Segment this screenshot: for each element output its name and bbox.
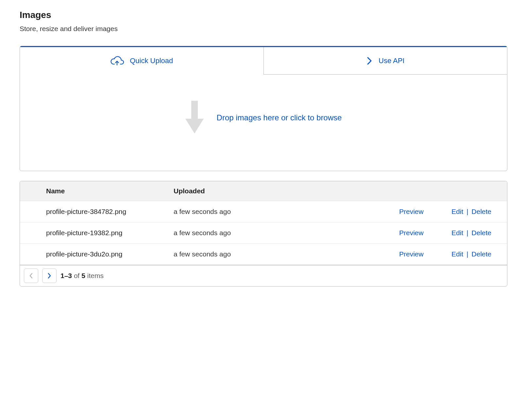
cell-name: profile-picture-19382.png [46, 229, 174, 237]
chevron-right-icon [47, 272, 52, 279]
tabs: Quick Upload Use API [20, 46, 507, 75]
tab-quick-upload[interactable]: Quick Upload [20, 47, 264, 75]
table-header: Name Uploaded [20, 181, 507, 201]
cell-uploaded: a few seconds ago [174, 208, 399, 216]
delete-link[interactable]: Delete [471, 229, 491, 236]
edit-link[interactable]: Edit [451, 208, 463, 215]
delete-link[interactable]: Delete [471, 250, 491, 258]
preview-link[interactable]: Preview [399, 229, 424, 236]
cell-name: profile-picture-384782.png [46, 208, 174, 216]
delete-link[interactable]: Delete [471, 208, 491, 215]
page-title: Images [20, 10, 507, 20]
pagination-items-word: items [87, 272, 104, 279]
pagination-total: 5 [81, 272, 85, 279]
chevron-left-icon [29, 272, 33, 279]
upload-card: Quick Upload Use API Drop images here or… [20, 46, 507, 171]
column-header-uploaded: Uploaded [174, 187, 507, 195]
dropzone[interactable]: Drop images here or click to browse [20, 75, 507, 171]
pagination-range: 1–3 [60, 272, 72, 279]
table-row: profile-picture-384782.png a few seconds… [20, 201, 507, 222]
preview-link[interactable]: Preview [399, 250, 424, 258]
cloud-upload-icon [110, 56, 124, 66]
tab-use-api[interactable]: Use API [264, 47, 507, 75]
arrow-down-icon [185, 101, 204, 135]
page-subtitle: Store, resize and deliver images [20, 25, 507, 33]
edit-link[interactable]: Edit [451, 250, 463, 258]
table-row: profile-picture-3du2o.png a few seconds … [20, 244, 507, 265]
pagination-prev-button[interactable] [24, 269, 38, 283]
chevron-right-icon [366, 56, 373, 66]
pagination-of: of [74, 272, 80, 279]
pagination-text: 1–3 of 5 items [60, 272, 104, 280]
tab-quick-upload-label: Quick Upload [130, 57, 173, 65]
images-table: Name Uploaded profile-picture-384782.png… [20, 181, 507, 287]
action-separator: | [463, 229, 471, 236]
column-header-name: Name [46, 187, 174, 195]
tab-use-api-label: Use API [379, 57, 404, 65]
action-separator: | [463, 250, 471, 258]
cell-uploaded: a few seconds ago [174, 229, 399, 237]
edit-link[interactable]: Edit [451, 229, 463, 236]
dropzone-text: Drop images here or click to browse [217, 113, 342, 122]
cell-uploaded: a few seconds ago [174, 250, 399, 258]
pagination: 1–3 of 5 items [20, 265, 507, 286]
preview-link[interactable]: Preview [399, 208, 424, 215]
pagination-next-button[interactable] [42, 269, 57, 283]
action-separator: | [463, 208, 471, 215]
cell-name: profile-picture-3du2o.png [46, 250, 174, 258]
table-row: profile-picture-19382.png a few seconds … [20, 222, 507, 244]
